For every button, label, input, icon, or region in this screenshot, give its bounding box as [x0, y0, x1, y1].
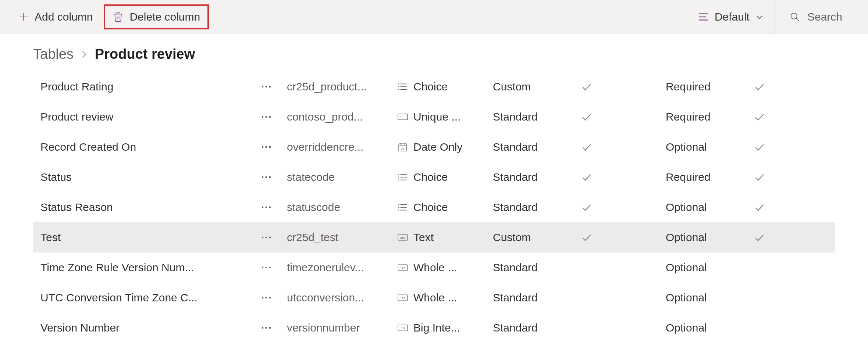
- row-more-button[interactable]: ···: [246, 292, 287, 304]
- more-icon: ···: [261, 141, 272, 153]
- column-customizable-check: [581, 203, 666, 212]
- add-column-label: Add column: [35, 11, 93, 23]
- column-managed: Standard: [493, 111, 581, 123]
- type-icon: 123: [397, 324, 408, 332]
- column-type-label: Choice: [413, 201, 448, 214]
- column-type: Choice: [397, 80, 493, 93]
- column-display-name: Status Reason: [40, 201, 246, 214]
- trash-icon: [113, 11, 124, 22]
- table-row[interactable]: Record Created On···overriddencre...21Da…: [33, 132, 835, 162]
- column-required: Required: [666, 80, 754, 93]
- column-customizable-check: [581, 233, 666, 242]
- delete-column-label: Delete column: [129, 11, 200, 23]
- column-customizable-check: [581, 112, 666, 121]
- list-view-icon: [698, 12, 709, 21]
- column-managed: Custom: [493, 231, 581, 244]
- column-display-name: Version Number: [40, 322, 246, 334]
- column-logical-name: versionnumber: [287, 322, 397, 334]
- column-managed: Standard: [493, 261, 581, 274]
- column-required: Optional: [666, 261, 754, 274]
- row-more-button[interactable]: ···: [246, 262, 287, 273]
- column-type: Choice: [397, 171, 493, 183]
- svg-rect-13: [398, 114, 408, 120]
- column-type: 21Date Only: [397, 141, 493, 153]
- table-row[interactable]: Status Reason···statuscodeChoiceStandard…: [33, 192, 835, 222]
- column-type-label: Unique ...: [413, 111, 460, 123]
- column-required: Optional: [666, 322, 754, 334]
- column-required: Optional: [666, 291, 754, 304]
- row-more-button[interactable]: ···: [246, 141, 287, 153]
- more-icon: ···: [261, 262, 272, 273]
- column-display-name: Status: [40, 171, 246, 183]
- breadcrumb-root[interactable]: Tables: [33, 46, 74, 62]
- plus-icon: [18, 12, 29, 22]
- column-type: 123Whole ...: [397, 261, 493, 274]
- svg-point-30: [399, 207, 399, 207]
- search-icon: [790, 12, 800, 22]
- column-type: 123Big Inte...: [397, 322, 493, 334]
- table-row[interactable]: Test···cr25d_testAbcTextCustomOptional: [33, 222, 835, 252]
- svg-text:21: 21: [401, 147, 405, 151]
- table-row[interactable]: Product review···contoso_prod...Unique .…: [33, 102, 835, 132]
- column-display-name: Product review: [40, 111, 246, 123]
- svg-text:123: 123: [400, 297, 405, 300]
- more-icon: ···: [261, 201, 272, 213]
- type-icon: 123: [397, 264, 408, 271]
- column-searchable-check: [754, 203, 787, 212]
- search-button[interactable]: Search: [775, 0, 857, 34]
- column-type: 123Whole ...: [397, 291, 493, 304]
- column-searchable-check: [754, 112, 787, 121]
- column-display-name: Record Created On: [40, 141, 246, 153]
- column-required: Optional: [666, 231, 754, 244]
- column-type-label: Choice: [413, 80, 448, 93]
- row-more-button[interactable]: ···: [246, 111, 287, 123]
- type-icon: [397, 203, 408, 211]
- more-icon: ···: [261, 81, 272, 93]
- svg-point-24: [399, 177, 399, 177]
- svg-point-29: [399, 204, 399, 205]
- table-row[interactable]: Time Zone Rule Version Num...···timezone…: [33, 252, 835, 283]
- column-logical-name: utcconversion...: [287, 291, 397, 304]
- row-more-button[interactable]: ···: [246, 171, 287, 183]
- row-more-button[interactable]: ···: [246, 81, 287, 93]
- svg-point-10: [399, 84, 399, 84]
- column-display-name: Time Zone Rule Version Num...: [40, 261, 246, 274]
- type-icon: [397, 173, 408, 181]
- delete-column-button[interactable]: Delete column: [104, 4, 209, 29]
- column-required: Required: [666, 111, 754, 123]
- column-display-name: Test: [40, 231, 246, 244]
- column-type-label: Choice: [413, 171, 448, 183]
- type-icon: [397, 113, 408, 121]
- table-row[interactable]: Product Rating···cr25d_product...ChoiceC…: [33, 72, 835, 102]
- table-row[interactable]: Status···statecodeChoiceStandardRequired: [33, 162, 835, 192]
- add-column-button[interactable]: Add column: [11, 4, 100, 29]
- view-selector[interactable]: Default: [687, 0, 775, 34]
- svg-line-6: [796, 18, 798, 21]
- view-label: Default: [715, 11, 750, 23]
- breadcrumb: Tables Product review: [33, 46, 835, 62]
- column-type: Choice: [397, 201, 493, 214]
- more-icon: ···: [261, 322, 272, 334]
- svg-point-23: [399, 174, 399, 175]
- row-more-button[interactable]: ···: [246, 232, 287, 243]
- search-label: Search: [807, 11, 842, 23]
- column-searchable-check: [754, 143, 787, 151]
- svg-point-25: [399, 180, 399, 180]
- column-type: Unique ...: [397, 111, 493, 123]
- column-customizable-check: [581, 82, 666, 91]
- table-row[interactable]: Version Number···versionnumber123Big Int…: [33, 313, 835, 343]
- column-managed: Standard: [493, 322, 581, 334]
- column-managed: Standard: [493, 171, 581, 183]
- type-icon: Abc: [397, 234, 408, 241]
- column-type: AbcText: [397, 231, 493, 244]
- svg-text:123: 123: [400, 327, 405, 330]
- row-more-button[interactable]: ···: [246, 322, 287, 334]
- chevron-down-icon: [755, 14, 764, 19]
- column-customizable-check: [581, 173, 666, 182]
- column-searchable-check: [754, 82, 787, 91]
- row-more-button[interactable]: ···: [246, 201, 287, 213]
- column-searchable-check: [754, 233, 787, 242]
- type-icon: [397, 83, 408, 91]
- columns-table: Product Rating···cr25d_product...ChoiceC…: [33, 72, 835, 343]
- table-row[interactable]: UTC Conversion Time Zone C...···utcconve…: [33, 283, 835, 313]
